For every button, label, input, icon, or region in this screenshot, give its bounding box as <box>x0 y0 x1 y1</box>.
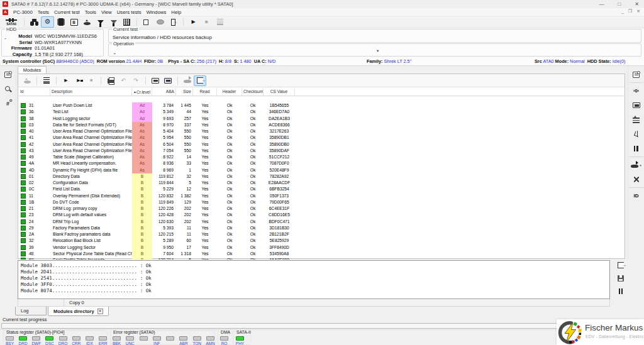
mdi-close-icon[interactable]: ✕ <box>636 9 640 14</box>
search-icon[interactable] <box>1 82 16 96</box>
module-row[interactable]: 03Data file for Select Formats (VDT)As8 … <box>19 122 624 128</box>
disk-eject-icon[interactable] <box>80 16 94 28</box>
module-row[interactable]: 36Test ListAd5 34944YesOkOk346ED7A0 <box>19 109 624 115</box>
stop-icon: ■ <box>200 16 213 28</box>
modules-panel: ▶ ▶ ■ ↶ ↷ Id Description ▲Cr.level ABA S… <box>18 74 625 259</box>
led-label: DWF <box>30 341 43 345</box>
open-from-file-icon[interactable] <box>149 75 162 86</box>
menu-item-pc-3000[interactable]: PC-3000 <box>13 9 33 15</box>
menu-bar: A PC-3000TestsCurrent testToolsViewUsers… <box>0 8 644 16</box>
module-row[interactable]: 42User Area Read Channel Optimization Fi… <box>19 141 624 148</box>
menu-item-tests[interactable]: Tests <box>38 9 49 15</box>
menu-item-users-tests[interactable]: Users tests <box>117 9 142 15</box>
tab-modules-directory[interactable]: Modules directory ✕ <box>48 307 109 316</box>
head-tool-icon[interactable] <box>629 127 644 141</box>
operation-dropdown-icon[interactable]: ▾ <box>377 48 379 53</box>
drive-start-icon[interactable]: ▾ <box>629 158 644 172</box>
exit-icon[interactable] <box>167 16 180 28</box>
module-row[interactable]: 49Table Scale (Magnet Calibration)As8 92… <box>19 154 624 160</box>
module-row[interactable]: 43User Area Read Channel Optimization Fi… <box>19 148 624 154</box>
module-row[interactable]: 40User Area Read Channel Optimization Fi… <box>19 128 624 134</box>
menu-item-tools[interactable]: Tools <box>85 9 96 15</box>
utility-settings-icon[interactable]: ⚙ <box>41 16 54 28</box>
close-tab-icon[interactable]: ✕ <box>97 309 103 314</box>
module-status-swatch <box>21 219 26 224</box>
module-status-swatch <box>21 168 26 173</box>
hdd-field-firmware: Firmware01.01A01 <box>2 45 103 52</box>
menu-item-windows[interactable]: Windows <box>147 9 167 15</box>
rom-icon[interactable]: B <box>67 16 80 28</box>
module-row[interactable]: 4ESector Physical Zone Table Data (Read … <box>19 251 624 257</box>
chip-icon[interactable] <box>54 16 67 28</box>
system-menu-icon[interactable]: A <box>3 9 8 15</box>
mode-value: Normal <box>570 58 585 64</box>
soc-part: FIDir: <box>142 58 157 64</box>
led-label: ABR <box>177 341 190 345</box>
pause-log-icon[interactable] <box>618 288 624 294</box>
tab-log[interactable]: Log <box>15 307 47 315</box>
script-icon[interactable] <box>629 67 644 82</box>
tools-icon[interactable] <box>629 172 644 187</box>
module-row[interactable]: 31User Push Down ListAd3 7841 445YesOkOk… <box>19 102 624 109</box>
reset-counter-icon[interactable]: ‹0› <box>629 84 644 98</box>
print-icon[interactable] <box>104 75 117 86</box>
export-log-icon[interactable] <box>618 262 624 268</box>
module-row[interactable]: 01Directory DataB119 81232YesOkOk78282A9… <box>19 173 624 180</box>
module-row[interactable]: 4DDynamic Fly Height (DFH) data fileAs8 … <box>19 167 624 173</box>
main-area: # Modules ▶ ▶ ■ ↶ ↷ Id Description ▲Cr.l… <box>0 66 644 259</box>
led-unc <box>126 336 134 341</box>
maximize-icon[interactable]: □ <box>618 1 621 8</box>
module-row[interactable]: 4AMR Head Linearity compensation.As8 936… <box>19 160 624 167</box>
mdi-restore-icon[interactable]: ❐ <box>628 9 632 14</box>
module-row[interactable]: 23DRM Log with default valuesB120 428202… <box>19 212 624 218</box>
reset-icon[interactable] <box>629 112 644 127</box>
module-row[interactable]: 41User Area Read Channel Optimization Fi… <box>19 134 624 141</box>
id-icon[interactable]: ID <box>629 189 644 203</box>
pause-icon[interactable] <box>629 141 644 156</box>
menu-item-view[interactable]: View <box>101 9 112 15</box>
module-row[interactable]: 1BDo DVT CodeB119 849129YesOkOk79D00F65 <box>19 199 624 205</box>
save-log-icon[interactable] <box>618 275 624 282</box>
write-to-drive-icon <box>181 75 194 86</box>
module-row[interactable]: 21DRM Log: primary copyB120 226202YesOkO… <box>19 205 624 212</box>
chip-view-icon[interactable] <box>629 98 644 112</box>
module-row[interactable]: 60Seek Profile Table for readsB120 2145Y… <box>19 257 624 260</box>
log-output[interactable]: Module 3803.............................… <box>18 260 610 299</box>
status-group: SATA-IIPHY <box>233 331 251 345</box>
module-row[interactable]: 38Host Logging sectorAd9 693257YesOkOkDA… <box>19 116 624 122</box>
menu-item-current-test[interactable]: Current test <box>54 9 80 15</box>
mdi-minimize-icon[interactable]: _ <box>621 9 624 14</box>
close-icon[interactable]: ✕ <box>635 1 639 8</box>
family-value: Shrek LT 2.5" <box>384 58 412 64</box>
window-title: SATA0 # 7.6.12(7.6.12.14278) # PC-3000 U… <box>11 1 233 7</box>
module-row[interactable]: 32Relocation Bad Block ListB5 28960YesOk… <box>19 238 624 244</box>
soc-part: 88i9446C0 (A5C0) <box>56 58 94 64</box>
module-row[interactable]: 0CField List Data.B5 22912YesOkOk6BFB325… <box>19 186 624 192</box>
module-row[interactable]: 02Configuration DataB119 8445YesOkOkE28A… <box>19 180 624 186</box>
modules-table-body: 31User Push Down ListAd3 7841 445YesOkOk… <box>19 96 624 260</box>
module-status-swatch <box>21 155 26 160</box>
drive-search-icon[interactable] <box>28 16 41 28</box>
logo-subtitle: EDV - Datenrettung - Elektro <box>586 334 643 339</box>
read-all-icon[interactable]: ▶ <box>72 75 85 86</box>
main-toolbar: SATA0 ⚙ B ▶ ■ <box>0 16 644 28</box>
copies-icon[interactable] <box>140 16 153 28</box>
module-row[interactable]: 29Factory Paramaters DataB5 39311YesOkOk… <box>19 225 624 231</box>
list-view-icon[interactable] <box>40 75 53 86</box>
module-row[interactable]: 39Vendor Logging SectorB9 95017YesOkOk3F… <box>19 244 624 251</box>
module-row[interactable]: 2ABlank Factroy paramaters dataB120 2151… <box>19 231 624 238</box>
script-icon[interactable] <box>1 67 16 82</box>
read-selected-icon[interactable]: ▶ <box>60 75 72 86</box>
soc-part: System controller (SoC) <box>3 58 56 64</box>
module-status-swatch <box>21 142 26 147</box>
menu-item-help[interactable]: Help <box>171 9 181 15</box>
export-icon[interactable] <box>194 75 206 86</box>
table-header[interactable]: Id Description ▲Cr.level ABA Size Read H… <box>19 88 624 96</box>
save-to-file-icon[interactable] <box>162 75 174 86</box>
filter-icon[interactable] <box>94 16 107 28</box>
hex-editor-icon[interactable]: # <box>1 96 16 111</box>
run-icon[interactable]: ▶ <box>187 16 200 28</box>
module-row[interactable]: 11Overlay Permanent (Disk Extended)B120 … <box>19 193 624 199</box>
module-row[interactable]: 24DRM Trip LogB120 630202YesOkOkBDF0C471 <box>19 219 624 225</box>
minimize-icon[interactable]: — <box>599 1 604 8</box>
